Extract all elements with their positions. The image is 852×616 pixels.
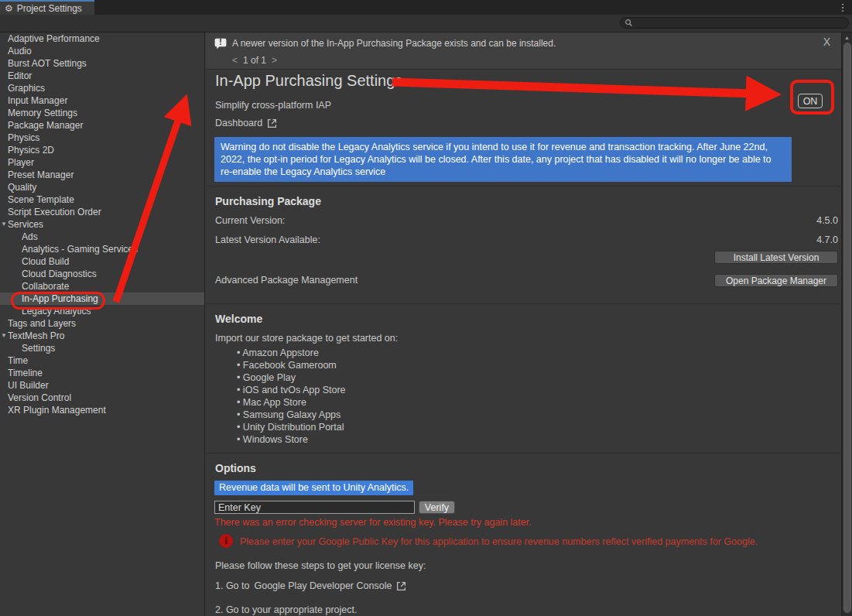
key-check-error-text: There was an error checking server for e… xyxy=(214,517,532,528)
sidebar-item-label: UI Builder xyxy=(8,380,49,391)
expander-triangle-icon[interactable]: ▼ xyxy=(1,218,7,231)
open-package-manager-button[interactable]: Open Package Manager xyxy=(714,274,838,287)
sidebar-item-collaborate[interactable]: Collaborate xyxy=(0,280,204,293)
sidebar-item-cloud-build[interactable]: Cloud Build xyxy=(0,255,204,268)
scroll-up-icon[interactable]: ▲ xyxy=(842,33,852,42)
kebab-menu-icon[interactable]: ⋮ xyxy=(837,1,849,14)
advanced-package-management-label: Advanced Package Management xyxy=(215,275,358,286)
pager-count: 1 of 1 xyxy=(243,55,266,66)
page-title: In-App Purchasing Settings xyxy=(215,72,402,90)
search-box[interactable] xyxy=(620,17,849,29)
sidebar-item-input-manager[interactable]: Input Manager xyxy=(0,94,204,107)
search-input[interactable] xyxy=(633,19,830,28)
sidebar-item-label: Collaborate xyxy=(22,281,69,292)
sidebar-item-label: Settings xyxy=(22,343,55,354)
settings-sidebar: Adaptive PerformanceAudioBurst AOT Setti… xyxy=(0,33,205,616)
iap-enable-toggle[interactable]: ON xyxy=(798,94,823,108)
sidebar-item-editor[interactable]: Editor xyxy=(0,70,204,82)
latest-version-label: Latest Version Available: xyxy=(215,234,320,245)
sidebar-item-settings[interactable]: Settings xyxy=(0,342,204,354)
sidebar-item-label: Editor xyxy=(8,70,32,81)
pager-next-icon[interactable]: > xyxy=(272,55,277,66)
current-version-label: Current Version: xyxy=(215,215,285,226)
sidebar-item-label: Tags and Layers xyxy=(8,318,76,329)
external-link-icon xyxy=(267,118,277,128)
sidebar-item-label: Physics 2D xyxy=(8,145,54,156)
sidebar-item-ui-builder[interactable]: UI Builder xyxy=(0,379,204,392)
notification-banner: ! A newer version of the In-App Purchasi… xyxy=(206,33,841,70)
sidebar-item-analytics-gaming-services[interactable]: Analytics - Gaming Services xyxy=(0,243,204,255)
notification-bubble-icon: ! xyxy=(214,38,227,50)
sidebar-item-label: Audio xyxy=(8,46,32,56)
sidebar-item-xr-plugin-management[interactable]: XR Plugin Management xyxy=(0,404,204,416)
sidebar-item-tags-and-layers[interactable]: Tags and Layers xyxy=(0,317,204,330)
toolbar xyxy=(0,15,852,33)
verify-button[interactable]: Verify xyxy=(419,501,455,514)
sidebar-item-label: Analytics - Gaming Services xyxy=(22,244,138,255)
store-list: Amazon AppstoreFacebook GameroomGoogle P… xyxy=(237,347,346,446)
expander-triangle-icon[interactable]: ▼ xyxy=(1,330,7,342)
sidebar-item-ads[interactable]: Ads xyxy=(0,231,204,243)
sidebar-item-label: Preset Manager xyxy=(8,169,74,180)
sidebar-item-audio[interactable]: Audio xyxy=(0,45,204,57)
sidebar-item-label: Burst AOT Settings xyxy=(8,58,87,69)
sidebar-item-timeline[interactable]: Timeline xyxy=(0,367,204,379)
store-list-item: Google Play xyxy=(237,371,346,384)
external-link-icon xyxy=(396,581,406,591)
welcome-heading: Welcome xyxy=(215,313,262,325)
store-list-item: Facebook Gameroom xyxy=(237,359,346,371)
store-list-item: Unity Distribution Portal xyxy=(237,421,346,433)
sidebar-item-label: Input Manager xyxy=(8,95,67,106)
sidebar-item-physics-2d[interactable]: Physics 2D xyxy=(0,144,204,156)
store-list-item: Mac App Store xyxy=(237,396,346,409)
close-icon[interactable]: X xyxy=(823,36,830,48)
sidebar-item-version-control[interactable]: Version Control xyxy=(0,392,204,404)
sidebar-item-physics[interactable]: Physics xyxy=(0,132,204,144)
sidebar-list: Adaptive PerformanceAudioBurst AOT Setti… xyxy=(0,33,204,416)
section-divider xyxy=(206,186,841,187)
sidebar-item-player[interactable]: Player xyxy=(0,156,204,169)
install-latest-version-button[interactable]: Install Latest Version xyxy=(714,251,838,264)
sidebar-item-services[interactable]: ▼Services xyxy=(0,218,204,231)
gear-icon: ⚙ xyxy=(5,4,13,13)
sidebar-item-legacy-analytics[interactable]: Legacy Analytics xyxy=(0,305,204,317)
sidebar-item-graphics[interactable]: Graphics xyxy=(0,82,204,94)
sidebar-item-package-manager[interactable]: Package Manager xyxy=(0,119,204,132)
sidebar-item-label: Services xyxy=(8,219,43,230)
sidebar-item-scene-template[interactable]: Scene Template xyxy=(0,193,204,206)
sidebar-item-label: Legacy Analytics xyxy=(22,306,91,317)
notification-message: A newer version of the In-App Purchasing… xyxy=(232,38,556,49)
google-public-key-warning: Please enter your Google Public Key for … xyxy=(240,536,828,547)
iap-settings-panel: In-App Purchasing Settings Simplify cros… xyxy=(206,70,841,616)
sidebar-item-time[interactable]: Time xyxy=(0,354,204,367)
sidebar-item-label: Package Manager xyxy=(8,120,83,131)
dashboard-link[interactable]: Dashboard xyxy=(215,118,277,128)
scrollbar-thumb[interactable] xyxy=(843,43,851,613)
sidebar-item-memory-settings[interactable]: Memory Settings xyxy=(0,107,204,119)
sidebar-item-quality[interactable]: Quality xyxy=(0,181,204,193)
svg-text:!: ! xyxy=(219,38,221,46)
google-play-console-link[interactable]: Google Play Developer Console xyxy=(254,580,392,591)
welcome-intro: Import our store package to get started … xyxy=(215,333,398,344)
sidebar-item-preset-manager[interactable]: Preset Manager xyxy=(0,169,204,181)
store-list-item: Windows Store xyxy=(237,433,346,446)
sidebar-item-cloud-diagnostics[interactable]: Cloud Diagnostics xyxy=(0,268,204,280)
vertical-scrollbar[interactable]: ▲ xyxy=(841,33,852,616)
sidebar-item-script-execution-order[interactable]: Script Execution Order xyxy=(0,206,204,218)
license-key-input[interactable] xyxy=(214,501,415,514)
tab-title: Project Settings xyxy=(17,3,82,14)
sidebar-item-label: Player xyxy=(8,157,34,168)
notification-pager: < 1 of 1 > xyxy=(232,55,277,66)
sidebar-item-label: Scene Template xyxy=(8,194,74,205)
dashboard-link-label: Dashboard xyxy=(215,118,262,128)
sidebar-item-in-app-purchasing[interactable]: In-App Purchasing xyxy=(0,293,204,305)
purchasing-package-heading: Purchasing Package xyxy=(215,195,321,207)
sidebar-item-adaptive-performance[interactable]: Adaptive Performance xyxy=(0,33,204,45)
sidebar-item-label: Cloud Diagnostics xyxy=(22,269,97,279)
tab-project-settings[interactable]: ⚙ Project Settings xyxy=(0,0,94,15)
sidebar-item-burst-aot-settings[interactable]: Burst AOT Settings xyxy=(0,57,204,70)
pager-prev-icon[interactable]: < xyxy=(232,55,238,66)
sidebar-item-label: Graphics xyxy=(8,83,45,94)
sidebar-item-textmesh-pro[interactable]: ▼TextMesh Pro xyxy=(0,330,204,342)
sidebar-item-label: Timeline xyxy=(8,368,43,378)
